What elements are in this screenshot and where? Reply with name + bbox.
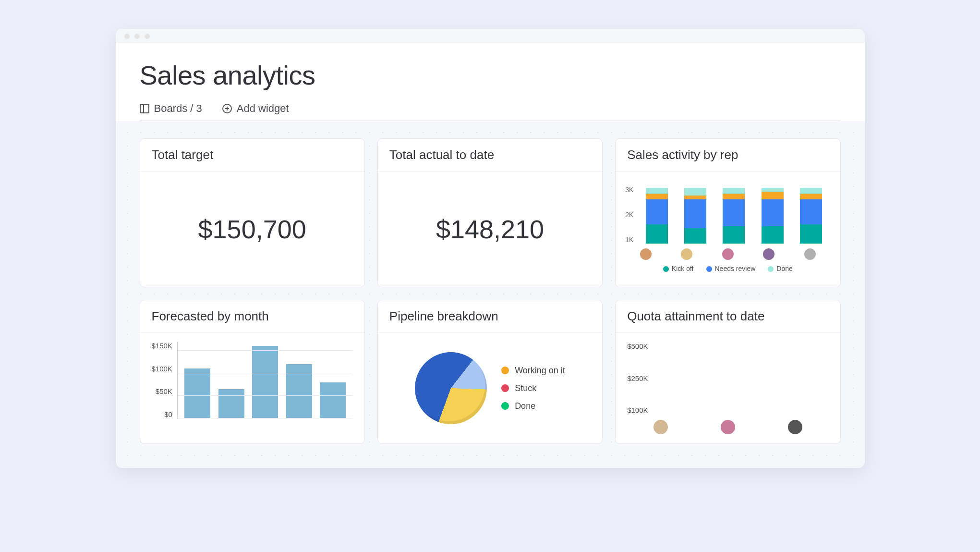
stacked-bar [762, 186, 784, 244]
y-axis: $150K $100K $50K $0 [152, 342, 177, 418]
widget-row: Forecasted by month $150K $100K $50K $0 [140, 300, 841, 444]
ytick: $500K [627, 342, 648, 350]
legend-needs: Needs review [715, 265, 756, 272]
card-sales-activity[interactable]: Sales activity by rep 3K 2K 1K [615, 138, 840, 287]
bar-segment [684, 228, 706, 244]
card-title: Sales activity by rep [616, 139, 840, 172]
total-target-value: $150,700 [198, 214, 306, 244]
forecast-bar [218, 389, 244, 418]
ytick: $150K [152, 342, 172, 350]
add-widget-button[interactable]: Add widget [222, 102, 289, 115]
forecast-bar-chart: $150K $100K $50K $0 [152, 342, 353, 435]
ytick: 3K [625, 186, 633, 194]
y-axis: $500K $250K $100K [627, 342, 653, 414]
boards-label: Boards / 3 [154, 102, 202, 115]
boards-button[interactable]: Boards / 3 [140, 102, 202, 115]
toolbar: Boards / 3 Add widget [140, 102, 841, 121]
legend-kick: Kick off [672, 265, 694, 272]
plus-icon [222, 104, 232, 113]
ytick: $100K [627, 406, 648, 414]
avatar [804, 248, 816, 260]
bar-segment [762, 188, 784, 192]
card-title: Pipeline breakdown [378, 300, 602, 333]
window-dot [124, 34, 130, 39]
dashboard-canvas: Total target $150,700 Total actual to da… [116, 121, 865, 468]
pie-legend: Working on it Stuck Done [501, 366, 565, 411]
card-title: Quota attainment to date [616, 300, 840, 333]
bar-segment [762, 192, 784, 199]
quota-bar-chart: $500K $250K $100K [627, 342, 828, 434]
y-axis: 3K 2K 1K [625, 186, 637, 244]
card-forecast[interactable]: Forecasted by month $150K $100K $50K $0 [140, 300, 365, 444]
ytick: $100K [152, 365, 172, 373]
bar-segment [723, 188, 745, 194]
card-title: Total actual to date [378, 139, 602, 172]
avatar [721, 420, 735, 434]
avatar [653, 420, 668, 434]
stacked-bar [723, 186, 745, 244]
stacked-bar [646, 186, 668, 244]
bar-segment [684, 188, 706, 196]
bar-segment [762, 199, 784, 226]
window-dot [145, 34, 150, 39]
avatar [788, 420, 802, 434]
add-widget-label: Add widget [237, 102, 289, 115]
ytick: 1K [625, 236, 633, 244]
bar-segment [646, 224, 668, 244]
page-title: Sales analytics [140, 60, 841, 91]
rep-avatars [627, 420, 828, 434]
stacked-bar [684, 186, 706, 244]
boards-icon [140, 104, 149, 113]
card-total-actual[interactable]: Total actual to date $148,210 [377, 138, 603, 287]
legend-stuck: Stuck [515, 383, 536, 393]
stacked-bar [800, 186, 822, 244]
legend-done: Done [515, 401, 535, 411]
avatar [640, 248, 652, 260]
card-total-target[interactable]: Total target $150,700 [140, 138, 365, 287]
window-titlebar [116, 29, 865, 43]
bar-segment [800, 224, 822, 244]
pie-graphic [415, 352, 487, 424]
bar-segment [723, 226, 745, 244]
card-pipeline[interactable]: Pipeline breakdown Working on it Stuck D… [377, 300, 603, 444]
ytick: $50K [152, 387, 172, 395]
ytick: $250K [627, 374, 648, 382]
app-window: Sales analytics ••• Boards / 3 Add widge… [116, 29, 865, 468]
page-header: Sales analytics ••• Boards / 3 Add widge… [116, 43, 865, 121]
ytick: $0 [152, 410, 172, 418]
bar-segment [800, 188, 822, 194]
bar-segment [646, 188, 668, 194]
avatar [681, 248, 692, 260]
bar-segment [684, 199, 706, 228]
card-title: Forecasted by month [140, 300, 364, 333]
bar-segment [800, 194, 822, 199]
legend-working: Working on it [515, 366, 565, 376]
card-quota[interactable]: Quota attainment to date $500K $250K $10… [615, 300, 840, 444]
bar-segment [723, 199, 745, 226]
bar-segment [762, 226, 784, 244]
chart-legend: Kick off Needs review Done [625, 265, 830, 272]
bar-segment [800, 199, 822, 224]
rep-avatars [625, 248, 830, 260]
ytick: 2K [625, 211, 633, 219]
forecast-bar [184, 368, 210, 418]
legend-done: Done [776, 265, 792, 272]
bar-segment [723, 194, 745, 199]
total-actual-value: $148,210 [436, 214, 544, 244]
avatar [722, 248, 734, 260]
bar-segment [684, 196, 706, 199]
bar-segment [646, 199, 668, 224]
window-dot [134, 34, 140, 39]
pie-chart: Working on it Stuck Done [389, 352, 591, 424]
bar-segment [646, 194, 668, 199]
forecast-bar [252, 346, 278, 418]
forecast-bar [320, 382, 346, 418]
widget-row: Total target $150,700 Total actual to da… [140, 138, 841, 287]
stacked-bar-chart: 3K 2K 1K Kick off Needs review Done [625, 186, 830, 272]
avatar [763, 248, 774, 260]
card-title: Total target [140, 139, 364, 172]
